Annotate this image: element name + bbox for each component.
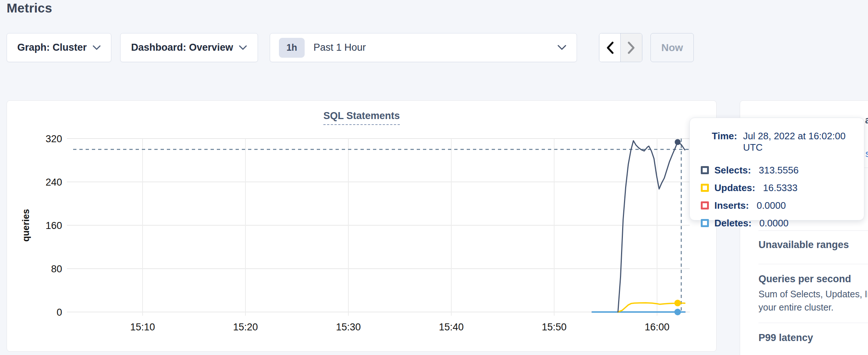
metrics-page: { "page": { "title": "Metrics", "backgro…: [0, 0, 868, 355]
time-range-selector[interactable]: 1h Past 1 Hour: [270, 33, 577, 62]
hover-marker-selects: [675, 139, 681, 145]
y-axis-tick-label: 240: [46, 177, 62, 188]
sidebar-clipped-link-fragment[interactable]: s: [865, 148, 868, 159]
sidebar-heading-queries-per-second: Queries per second: [758, 273, 851, 285]
graph-dropdown-label: Graph: Cluster: [17, 42, 87, 53]
x-axis-tick-label: 15:30: [336, 322, 361, 333]
tooltip-row-value: 16.5333: [763, 182, 797, 194]
updates-series-swatch: [701, 184, 709, 192]
x-axis-tick-label: 15:20: [233, 322, 258, 333]
now-button[interactable]: Now: [650, 33, 694, 62]
y-axis-tick-label: 0: [57, 307, 62, 318]
tooltip-row-inserts: Inserts: 0.0000: [701, 197, 864, 214]
x-axis-tick-label: 15:40: [439, 322, 464, 333]
chart-hover-tooltip: Time: Jul 28, 2022 at 16:02:00 UTC Selec…: [689, 118, 864, 220]
now-button-label: Now: [661, 42, 683, 54]
chevron-down-icon: [557, 45, 566, 50]
y-axis-tick-label: 320: [46, 133, 62, 144]
sidebar-divider: [758, 323, 868, 323]
sidebar-heading-p99-latency: P99 latency: [758, 332, 813, 344]
tooltip-row-label: Selects:: [714, 165, 751, 176]
tooltip-time-value: Jul 28, 2022 at 16:02:00 UTC: [743, 130, 864, 153]
page-title: Metrics: [7, 1, 52, 15]
y-axis-tick-label: 80: [51, 263, 62, 275]
dashboard-dropdown-button[interactable]: Dashboard: Overview: [120, 33, 258, 62]
tooltip-row-selects: Selects: 313.5556: [701, 161, 864, 179]
sql-statements-chart-card: SQL Statements 08016024032015:1015:2015:…: [7, 100, 717, 352]
next-time-button[interactable]: [621, 33, 642, 62]
y-axis-tick-label: 160: [46, 220, 62, 231]
tooltip-time-row: Time: Jul 28, 2022 at 16:02:00 UTC: [701, 130, 864, 153]
sidebar-description-line: your entire cluster.: [758, 302, 833, 313]
time-range-badge: 1h: [279, 38, 305, 58]
sidebar-description-line: Sum of Selects, Updates, Inser: [758, 289, 868, 300]
sidebar-divider: [758, 264, 868, 264]
tooltip-row-updates: Updates: 16.5333: [701, 179, 864, 197]
x-axis-tick-label: 15:50: [542, 322, 567, 333]
tooltip-row-value: 0.0000: [757, 200, 786, 211]
series-line-selects: [618, 141, 685, 312]
tooltip-row-label: Deletes:: [714, 218, 752, 229]
sidebar-clipped-heading-fragment: a: [865, 115, 868, 126]
sql-statements-line-chart[interactable]: 08016024032015:1015:2015:3015:4015:5016:…: [7, 101, 717, 352]
chevron-down-icon: [239, 45, 247, 50]
chevron-left-icon: [606, 42, 614, 54]
hover-marker-deletes: [674, 309, 681, 315]
sidebar-heading-unavailable-ranges: Unavailable ranges: [758, 239, 849, 251]
time-range-label: Past 1 Hour: [313, 42, 557, 53]
tooltip-row-value: 313.5556: [759, 165, 799, 176]
x-axis-tick-label: 15:10: [130, 322, 155, 333]
deletes-series-swatch: [701, 219, 709, 227]
x-axis-tick-label: 16:00: [645, 322, 670, 333]
tooltip-row-label: Inserts:: [714, 200, 749, 211]
inserts-series-swatch: [701, 201, 709, 209]
chevron-right-icon: [627, 42, 635, 54]
time-step-button-group: [599, 33, 642, 62]
selects-series-swatch: [701, 166, 709, 174]
dashboard-dropdown-label: Dashboard: Overview: [131, 42, 233, 53]
hover-marker-updates: [674, 300, 681, 306]
tooltip-row-value: 0.0000: [759, 218, 789, 229]
tooltip-row-label: Updates:: [714, 182, 755, 194]
tooltip-row-deletes: Deletes: 0.0000: [701, 214, 864, 232]
y-axis-label: queries: [21, 209, 31, 242]
chevron-down-icon: [93, 45, 101, 50]
graph-dropdown-button[interactable]: Graph: Cluster: [7, 33, 111, 62]
previous-time-button[interactable]: [599, 33, 621, 62]
tooltip-time-label: Time:: [712, 130, 737, 153]
